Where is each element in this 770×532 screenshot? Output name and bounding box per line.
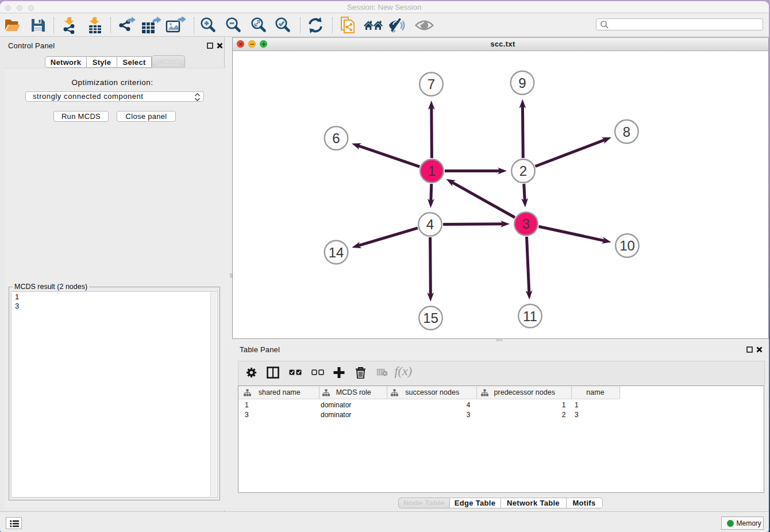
svg-text:8: 8 bbox=[622, 124, 630, 139]
svg-text:7: 7 bbox=[427, 76, 434, 92]
svg-text:2: 2 bbox=[519, 163, 526, 179]
svg-text:4: 4 bbox=[426, 217, 433, 232]
svg-text:3: 3 bbox=[522, 216, 529, 232]
svg-text:11: 11 bbox=[523, 308, 537, 323]
svg-text:6: 6 bbox=[332, 130, 340, 146]
svg-text:9: 9 bbox=[518, 75, 526, 90]
svg-text:10: 10 bbox=[619, 238, 635, 253]
svg-text:14: 14 bbox=[328, 244, 344, 260]
svg-text:15: 15 bbox=[423, 310, 438, 326]
svg-text:1: 1 bbox=[428, 163, 435, 179]
